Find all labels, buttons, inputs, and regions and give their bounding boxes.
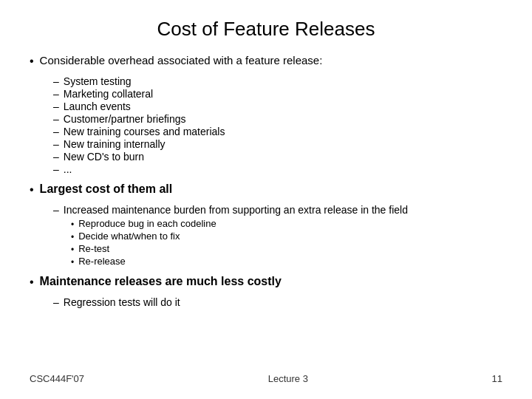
sub-text-b3: Regression tests will do it [64, 296, 180, 308]
bullet-3: • Maintenance releases are much less cos… [30, 275, 502, 289]
sub-item-6: – New training internally [53, 138, 502, 150]
bullet-2-sublist: – Increased maintenance burden from supp… [53, 204, 502, 267]
footer-left: CSC444F'07 [30, 373, 84, 384]
sub-sub-item-4: • Re-release [71, 256, 502, 267]
bullet-2: • Largest cost of them all [30, 183, 502, 197]
sub-item-7: – New CD's to burn [53, 151, 502, 163]
sub-sub-text-2: Decide what/when to fix [78, 231, 180, 242]
bullet-2-text: Largest cost of them all [40, 183, 173, 196]
footer-right: 11 [492, 373, 502, 384]
small-bullet-3: • [71, 245, 74, 255]
sub-sub-text-3: Re-test [78, 243, 109, 254]
sub-sub-item-1: • Reproduce bug in each codeline [71, 218, 502, 230]
sub-text-6: New training internally [64, 138, 166, 150]
slide-content: • Considerable overhead associated with … [30, 54, 502, 367]
dash-4: – [53, 113, 59, 125]
dash-3: – [53, 100, 59, 112]
sub-item-2: – Marketing collateral [53, 88, 502, 100]
small-bullet-1: • [71, 219, 74, 230]
sub-sub-text-1: Reproduce bug in each codeline [78, 218, 216, 229]
sub-item-4: – Customer/partner briefings [53, 113, 502, 125]
slide-footer: CSC444F'07 Lecture 3 11 [30, 367, 502, 384]
sub-text-5: New training courses and materials [64, 126, 225, 137]
sub-item-5: – New training courses and materials [53, 126, 502, 137]
sub-item-3: – Launch events [53, 100, 502, 112]
dash-2: – [53, 88, 59, 100]
dash-8: – [53, 163, 59, 175]
dash-1: – [53, 75, 59, 87]
small-bullet-4: • [71, 257, 74, 267]
bullet-3-sublist: – Regression tests will do it [53, 296, 502, 308]
dash-7: – [53, 151, 59, 163]
small-bullet-2: • [71, 232, 74, 242]
dash-b3: – [53, 296, 59, 308]
sub-sub-item-3: • Re-test [71, 243, 502, 255]
sub-sub-item-2: • Decide what/when to fix [71, 231, 502, 242]
bullet-1: • Considerable overhead associated with … [30, 54, 502, 68]
sub-sub-text-4: Re-release [78, 256, 126, 267]
sub-item-1: – System testing [53, 75, 502, 87]
sub-text-1: System testing [64, 75, 132, 87]
sub-item-b2: – Increased maintenance burden from supp… [53, 204, 502, 216]
dash-5: – [53, 126, 59, 137]
sub-text-3: Launch events [64, 100, 131, 112]
sub-item-8: – ... [53, 163, 502, 175]
bullet-1-dot: • [30, 55, 34, 68]
slide: Cost of Feature Releases • Considerable … [0, 0, 532, 399]
footer-center: Lecture 3 [268, 373, 308, 384]
bullet-3-dot: • [30, 276, 34, 289]
sub-text-8: ... [64, 163, 72, 175]
sub-text-4: Customer/partner briefings [64, 113, 186, 125]
dash-6: – [53, 138, 59, 150]
bullet-2-dot: • [30, 183, 34, 197]
sub-text-b2: Increased maintenance burden from suppor… [64, 204, 408, 216]
sub-item-b3: – Regression tests will do it [53, 296, 502, 308]
slide-title: Cost of Feature Releases [30, 18, 502, 41]
bullet-1-text: Considerable overhead associated with a … [40, 54, 323, 66]
bullet-1-sublist: – System testing – Marketing collateral … [53, 75, 502, 175]
dash-b2: – [53, 204, 59, 216]
bullet-3-text: Maintenance releases are much less costl… [40, 275, 282, 288]
sub-text-2: Marketing collateral [64, 88, 153, 100]
sub-text-7: New CD's to burn [64, 151, 144, 163]
sub-sub-list: • Reproduce bug in each codeline • Decid… [71, 218, 502, 267]
